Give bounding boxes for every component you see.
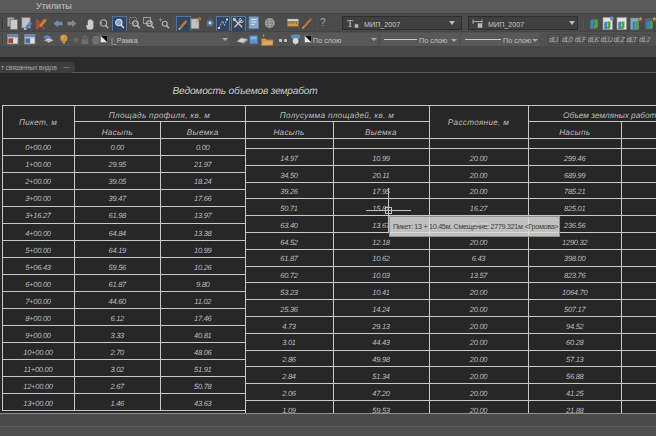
svg-text:8+00.00: 8+00.00 xyxy=(25,314,52,323)
svg-text:10.99: 10.99 xyxy=(372,154,391,163)
svg-text:9.80: 9.80 xyxy=(196,280,211,289)
svg-text:3.02: 3.02 xyxy=(110,365,125,374)
svg-text:64.84: 64.84 xyxy=(108,229,126,238)
svg-text:61.98: 61.98 xyxy=(108,211,127,220)
svg-text:20.00: 20.00 xyxy=(469,372,489,381)
svg-text:20.00: 20.00 xyxy=(469,338,489,347)
svg-text:2.67: 2.67 xyxy=(109,382,125,391)
svg-text:Пикет, м: Пикет, м xyxy=(19,118,57,127)
svg-text:398.00: 398.00 xyxy=(564,254,587,263)
svg-text:10+00.00: 10+00.00 xyxy=(23,348,54,357)
svg-text:1290.32: 1290.32 xyxy=(562,238,588,247)
svg-text:20.00: 20.00 xyxy=(469,288,489,297)
svg-text:7+00.00: 7+00.00 xyxy=(25,297,52,306)
svg-text:60.72: 60.72 xyxy=(280,271,299,280)
svg-text:43.63: 43.63 xyxy=(194,399,213,408)
svg-text:14.24: 14.24 xyxy=(372,305,390,314)
svg-text:Насыпь: Насыпь xyxy=(102,128,133,137)
svg-text:3.33: 3.33 xyxy=(110,331,125,340)
svg-text:16.27: 16.27 xyxy=(470,204,489,213)
svg-text:20.00: 20.00 xyxy=(469,305,489,314)
svg-text:4+00.00: 4+00.00 xyxy=(25,229,52,238)
svg-text:Полусумма площадей, кв. м: Полусумма площадей, кв. м xyxy=(280,111,394,120)
svg-text:785.21: 785.21 xyxy=(564,187,586,196)
svg-text:13+00.00: 13+00.00 xyxy=(23,399,54,408)
svg-text:20.11: 20.11 xyxy=(372,171,390,180)
svg-text:12.18: 12.18 xyxy=(372,238,391,247)
svg-text:10.41: 10.41 xyxy=(372,288,390,297)
svg-text:Выемка: Выемка xyxy=(187,128,219,137)
svg-text:2+00.00: 2+00.00 xyxy=(24,177,52,186)
svg-text:56.88: 56.88 xyxy=(566,372,585,381)
svg-text:20.00: 20.00 xyxy=(469,187,489,196)
svg-text:1064.70: 1064.70 xyxy=(562,288,588,297)
svg-text:12+00.00: 12+00.00 xyxy=(23,382,54,391)
svg-text:3+00.00: 3+00.00 xyxy=(25,194,52,203)
svg-text:236.56: 236.56 xyxy=(563,221,587,230)
svg-text:20.00: 20.00 xyxy=(469,154,489,163)
svg-text:825.01: 825.01 xyxy=(564,204,586,213)
svg-text:13.97: 13.97 xyxy=(194,211,213,220)
svg-text:15.81: 15.81 xyxy=(372,204,390,213)
svg-text:50.71: 50.71 xyxy=(280,204,298,213)
svg-text:44.60: 44.60 xyxy=(108,297,127,306)
svg-text:10.62: 10.62 xyxy=(372,254,391,263)
svg-text:17.46: 17.46 xyxy=(194,314,213,323)
svg-text:0.00: 0.00 xyxy=(196,143,211,152)
svg-text:2.86: 2.86 xyxy=(281,355,297,364)
svg-text:10.99: 10.99 xyxy=(194,246,213,255)
svg-text:64.19: 64.19 xyxy=(108,246,127,255)
svg-text:51.34: 51.34 xyxy=(372,372,390,381)
svg-text:64.52: 64.52 xyxy=(280,238,299,247)
svg-text:2.70: 2.70 xyxy=(109,348,125,357)
svg-text:53.23: 53.23 xyxy=(280,288,299,297)
svg-text:49.98: 49.98 xyxy=(372,355,391,364)
svg-text:29.13: 29.13 xyxy=(371,322,391,331)
svg-text:34.50: 34.50 xyxy=(280,171,299,180)
svg-text:39.47: 39.47 xyxy=(108,194,127,203)
svg-text:57.13: 57.13 xyxy=(566,355,585,364)
svg-text:6+00.00: 6+00.00 xyxy=(25,280,52,289)
svg-text:10.26: 10.26 xyxy=(194,263,213,272)
svg-text:10.03: 10.03 xyxy=(372,271,391,280)
svg-text:50.78: 50.78 xyxy=(194,382,213,391)
svg-text:47.20: 47.20 xyxy=(372,389,391,398)
svg-text:Насыпь: Насыпь xyxy=(273,128,304,137)
svg-text:20.00: 20.00 xyxy=(469,389,489,398)
svg-text:21.97: 21.97 xyxy=(193,160,213,169)
svg-text:94.52: 94.52 xyxy=(566,322,585,331)
svg-text:11.02: 11.02 xyxy=(194,297,212,306)
svg-text:689.99: 689.99 xyxy=(564,171,587,180)
svg-text:48.06: 48.06 xyxy=(194,348,213,357)
svg-text:3+16.27: 3+16.27 xyxy=(25,211,52,220)
svg-text:Объем земляных работ, куб. м: Объем земляных работ, куб. м xyxy=(563,111,656,120)
svg-text:507.17: 507.17 xyxy=(564,305,587,314)
svg-text:60.28: 60.28 xyxy=(566,338,585,347)
svg-text:18.24: 18.24 xyxy=(194,177,212,186)
svg-text:41.25: 41.25 xyxy=(566,389,585,398)
svg-text:5+00.00: 5+00.00 xyxy=(25,246,52,255)
svg-text:13.38: 13.38 xyxy=(194,229,213,238)
svg-text:Ведомость объемов земработ: Ведомость объемов земработ xyxy=(173,86,319,97)
svg-text:3.01: 3.01 xyxy=(282,338,296,347)
svg-text:9+00.00: 9+00.00 xyxy=(25,331,52,340)
svg-text:1+00.00: 1+00.00 xyxy=(25,160,52,169)
svg-text:Насыпь: Насыпь xyxy=(559,128,590,137)
svg-text:2.84: 2.84 xyxy=(281,372,296,381)
svg-text:20.00: 20.00 xyxy=(469,322,489,331)
svg-text:17.66: 17.66 xyxy=(194,194,213,203)
svg-text:823.76: 823.76 xyxy=(564,271,587,280)
svg-text:0+00.00: 0+00.00 xyxy=(25,143,52,152)
svg-text:40.81: 40.81 xyxy=(194,331,212,340)
svg-text:29.95: 29.95 xyxy=(107,160,127,169)
svg-text:63.40: 63.40 xyxy=(280,221,299,230)
svg-text:1.46: 1.46 xyxy=(110,399,125,408)
svg-text:4.73: 4.73 xyxy=(282,322,297,331)
svg-text:20.00: 20.00 xyxy=(469,238,489,247)
svg-text:6.43: 6.43 xyxy=(472,254,487,263)
svg-text:11+00.00: 11+00.00 xyxy=(24,365,54,374)
svg-text:0.00: 0.00 xyxy=(110,143,125,152)
svg-text:61.87: 61.87 xyxy=(108,280,127,289)
svg-text:59.56: 59.56 xyxy=(108,263,127,272)
svg-text:13.57: 13.57 xyxy=(470,271,489,280)
